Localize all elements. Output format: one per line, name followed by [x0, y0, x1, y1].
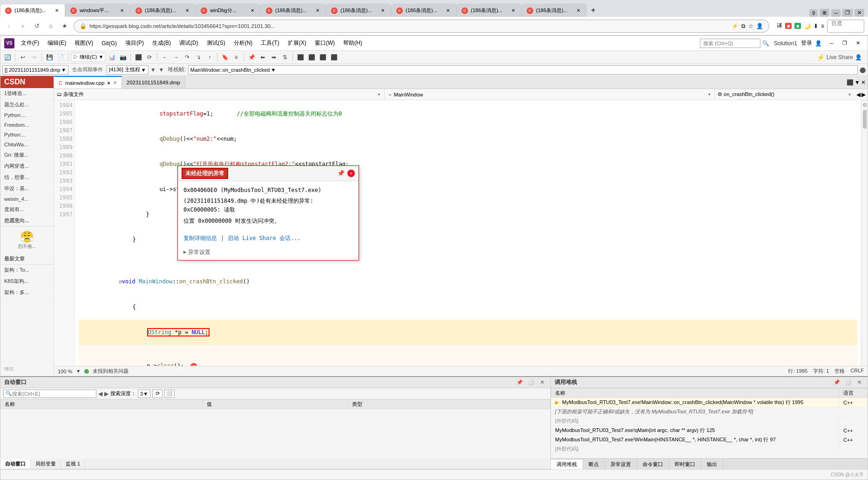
redo-btn[interactable]: ↪ [29, 52, 39, 62]
profile-icon[interactable]: 👤 [756, 23, 763, 29]
tab-output[interactable]: 输出 [701, 459, 723, 469]
call-stack-pin-btn[interactable]: 📌 [832, 378, 841, 387]
auto-panel-close-btn[interactable]: ✕ [537, 378, 547, 387]
tab-close-9[interactable]: ✕ [575, 7, 582, 14]
browser-tab-9[interactable]: C (186条消息)... ✕ [522, 4, 587, 17]
back-arrow-auto[interactable]: ◀ [98, 391, 102, 397]
auto-search-input[interactable] [12, 391, 59, 397]
editor-tab-close-1[interactable]: ✕ [113, 80, 117, 85]
stack-dropdown[interactable]: MainWindow::on_crashBtn_clicked ▼ [188, 65, 858, 75]
csdn-item-3[interactable]: Python:... [0, 110, 54, 120]
nav-back-btn[interactable]: ← [160, 52, 170, 62]
csdn-item-11[interactable]: weixin_4... [0, 194, 54, 204]
copy-details-link[interactable]: 复制详细信息 [183, 234, 217, 242]
ide-search-input[interactable] [700, 39, 760, 48]
menu-window[interactable]: 窗口(W) [311, 38, 339, 48]
download-icon[interactable]: ⬇ [814, 23, 818, 29]
step-over-btn[interactable]: ↷ [182, 52, 192, 62]
browser-tab-4[interactable]: C winDbg分... ✕ [196, 4, 261, 17]
refresh-button[interactable]: ↺ [32, 21, 42, 31]
tab-close-3[interactable]: ✕ [184, 7, 190, 14]
method-nav-dropdown[interactable]: ⚙ on_crashBtn_clicked() ▼ [715, 89, 854, 100]
justify-btn[interactable]: ⬛ [329, 52, 339, 62]
exception-close-btn[interactable]: ✕ [347, 170, 355, 177]
csdn-article-3[interactable]: 架构：多... [0, 287, 54, 298]
csdn-article-2[interactable]: K8S架构... [0, 276, 54, 287]
menu-test[interactable]: 测试(S) [203, 38, 229, 48]
run-config-dropdown[interactable]: ▷ 继续(C) ▼ [71, 53, 106, 62]
tab-close-1[interactable]: ✕ [54, 7, 60, 14]
browser-tab-1[interactable]: C (186条消息)... ✕ [0, 4, 65, 17]
csdn-item-12[interactable]: 度就有... [0, 204, 54, 215]
extension-icon2[interactable]: ■ [794, 23, 801, 29]
csdn-item-8[interactable]: 内网穿透... [0, 161, 54, 172]
auto-tab-locals[interactable]: 局部变量 [31, 459, 61, 469]
menu-analyze[interactable]: 分析(N) [230, 38, 257, 48]
csdn-item-5[interactable]: Python:... [0, 130, 54, 140]
browser-tab-7[interactable]: C (186条消息)... ✕ [391, 4, 456, 17]
csdn-item-9[interactable]: 结，想要... [0, 172, 54, 183]
split-icon[interactable]: ⧉ [741, 23, 746, 29]
tab-exception-settings[interactable]: 异常设置 [605, 459, 637, 469]
live-share-button[interactable]: ⚡ Live Share 👤 [813, 53, 866, 62]
tab-close-4[interactable]: ✕ [249, 7, 256, 14]
menu-icon[interactable]: ≡ [821, 23, 824, 29]
nav-next-btn[interactable]: ▶ [861, 91, 866, 98]
tab-close-2[interactable]: ✕ [119, 7, 125, 14]
url-bar[interactable]: 🔒 https://gesspark.blog.csdn.net/article… [74, 20, 769, 33]
process-dropdown[interactable]: [] 20231101151849.dmp ▼ [2, 65, 68, 75]
menu-view[interactable]: 视图(V) [71, 38, 97, 48]
nav-fwd-btn[interactable]: → [171, 52, 181, 62]
star-icon[interactable]: ☆ [748, 23, 753, 29]
tab-close-5[interactable]: ✕ [314, 7, 321, 14]
menu-build[interactable]: 生成(B) [149, 38, 175, 48]
close-ide-btn[interactable]: ✕ [852, 38, 864, 48]
browser-tab-6[interactable]: C (186条消息)... ✕ [326, 4, 391, 17]
forward-button[interactable]: › [18, 21, 28, 31]
editor-tab-dmp[interactable]: 20231101151849.dmp [122, 76, 185, 89]
new-project-btn[interactable]: 🔄 [2, 52, 13, 62]
align-right-btn[interactable]: ⬛ [306, 52, 317, 62]
next-bookmark-btn[interactable]: ➡ [269, 52, 279, 62]
tab-breakpoints[interactable]: 断点 [583, 459, 605, 469]
stop-btn[interactable]: ⬛ [133, 52, 143, 62]
csdn-article-1[interactable]: 架构：To... [0, 265, 54, 276]
browser-tab-8[interactable]: C (186条消息)... ✕ [456, 4, 522, 17]
auto-tab-auto[interactable]: 自动窗口 [0, 459, 31, 469]
menu-debug[interactable]: 调试(D) [176, 38, 202, 48]
browser-tab-5[interactable]: C (186条消息)... ✕ [261, 4, 326, 17]
csdn-item-4[interactable]: Freedom... [0, 120, 54, 130]
format-btn[interactable]: ≡ [231, 52, 241, 62]
nav-prev-btn[interactable]: ◀ [856, 91, 861, 98]
menu-extensions[interactable]: 扩展(X) [284, 38, 310, 48]
depth-dropdown[interactable]: 3 ▼ [138, 390, 150, 398]
thread-dropdown[interactable]: [4136] 主线程 ▼ [107, 65, 149, 75]
menu-git[interactable]: Git(G) [98, 39, 121, 48]
scroll-thumb[interactable] [863, 110, 867, 129]
save-btn[interactable]: 💾 [44, 52, 54, 62]
call-stack-float-btn[interactable]: ⬜ [843, 378, 853, 387]
new-tab-button[interactable]: + [587, 4, 600, 17]
file-nav-dropdown[interactable]: 🗂 杂项文件 ▼ [54, 89, 385, 100]
camera-btn[interactable]: 📷 [118, 52, 128, 62]
search-input[interactable] [831, 20, 860, 27]
login-button[interactable]: 登录 👤 [798, 38, 825, 48]
profile-btn[interactable]: 📊 [107, 52, 117, 62]
code-editor[interactable]: stopstartFlag=1; //全部电磁阀和流量控制器关闭标志位为0 qD… [75, 100, 861, 366]
sort-btn[interactable]: ⇅ [280, 52, 290, 62]
center-btn[interactable]: ⬛ [318, 52, 328, 62]
browser-tab-3[interactable]: C (186条消息)... ✕ [130, 4, 196, 17]
step-in-btn[interactable]: ↴ [193, 52, 203, 62]
save-all-btn[interactable]: 📄 [55, 52, 66, 62]
csdn-item-7[interactable]: Go: 微服... [0, 150, 54, 161]
class-nav-dropdown[interactable]: → MainWindow ▼ [385, 89, 715, 100]
lightning-icon[interactable]: ⚡ [732, 23, 739, 29]
menu-file[interactable]: 文件(F) [17, 38, 43, 48]
expand-all-auto-btn[interactable]: ⬜ [164, 390, 175, 398]
csdn-item-6[interactable]: ChitaWa... [0, 140, 54, 150]
csdn-item-2[interactable]: 题怎么处... [0, 99, 54, 110]
filter-icon2[interactable]: ▼ [159, 67, 164, 73]
auto-tab-watch1[interactable]: 监视 1 [61, 459, 85, 469]
right-settings-btn[interactable]: ⚙ [862, 102, 867, 108]
menu-edit[interactable]: 编辑(E) [44, 38, 70, 48]
